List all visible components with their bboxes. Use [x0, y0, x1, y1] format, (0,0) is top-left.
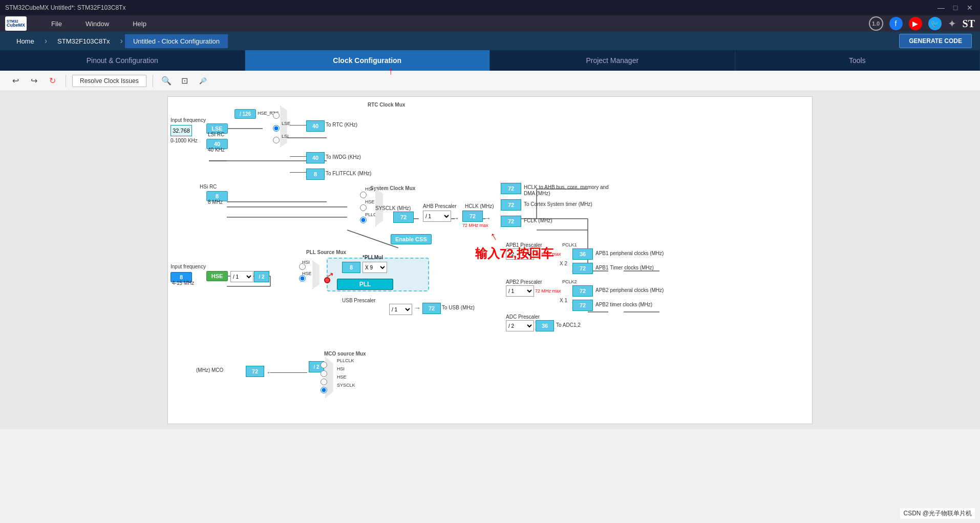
iwdg-line — [290, 156, 306, 157]
logo-text-bottom: CubeMX — [7, 23, 25, 28]
zoom-out-button[interactable]: 🔎 — [196, 74, 210, 88]
lsi-mux-out: LSI — [282, 134, 289, 139]
youtube-icon[interactable]: ▶ — [909, 17, 922, 30]
adc-prescaler-label: ADC Prescaler — [506, 314, 540, 320]
hse-prediv-select[interactable]: / 1 / 2 — [230, 271, 253, 282]
breadcrumb-current[interactable]: Untitled - Clock Configuration — [125, 34, 228, 48]
tab-bar: Pinout & Configuration Clock Configurati… — [0, 50, 980, 71]
close-button[interactable]: ✕ — [965, 3, 975, 13]
red-arrow-tab: ↑ — [388, 65, 393, 77]
tab-tools[interactable]: Tools — [735, 50, 981, 71]
maximize-button[interactable]: □ — [950, 3, 961, 13]
adc-prescaler-select[interactable]: / 2 / 4 / 6 / 8 — [506, 320, 534, 331]
menu-help[interactable]: Help — [129, 18, 151, 30]
facebook-icon[interactable]: f — [889, 17, 903, 30]
generate-code-button[interactable]: GENERATE CODE — [899, 34, 972, 48]
resolve-clock-button[interactable]: Resolve Clock Issues — [72, 75, 146, 87]
sys-mux-radio-pll[interactable] — [360, 217, 367, 223]
mco-radio-pllclk[interactable] — [321, 362, 327, 368]
hclk-val[interactable]: 72 — [462, 211, 483, 222]
window-controls[interactable]: — □ ✕ — [936, 3, 975, 13]
pclk1-label: PCLK1 — [562, 242, 577, 247]
usb-prescaler-select[interactable]: / 1 / 1.5 — [389, 304, 412, 315]
sys-mux-radio-hse[interactable] — [360, 204, 367, 211]
apb1-timer-val[interactable]: 72 — [572, 263, 593, 274]
freq-range-label-1: 0-1000 KHz — [171, 138, 198, 143]
rtc-output-label: To RTC (KHz) — [326, 122, 357, 128]
sysclk-val[interactable]: 72 — [393, 212, 414, 223]
mco-radio-sysclk[interactable] — [321, 387, 327, 393]
apb1-peripheral-val[interactable]: 36 — [572, 248, 593, 260]
apb2-prescaler-select[interactable]: / 1 / 2 — [506, 285, 534, 297]
pll-source-hse[interactable] — [299, 275, 306, 282]
tab-pinout[interactable]: Pinout & Configuration — [0, 50, 245, 71]
twitter-icon[interactable]: 🐦 — [928, 17, 942, 30]
menu-window[interactable]: Window — [81, 18, 113, 30]
mco-radio-hsi[interactable] — [321, 370, 327, 377]
div126-box[interactable]: / 126 — [235, 109, 256, 119]
mco-mux-label: MCO source Mux — [324, 351, 366, 357]
rtc-output-val[interactable]: 40 — [306, 120, 325, 132]
hclk-bus-val[interactable]: 72 — [501, 183, 521, 194]
pll-mul-select[interactable]: X 9 X 2 X 3 X 4 X 6 — [363, 262, 387, 273]
chinese-annotation: 输入72,按回车 — [475, 245, 553, 262]
pclk2-label: PCLK2 — [562, 279, 577, 284]
pll-source-hsi[interactable] — [299, 263, 306, 270]
rtc-mux-radio-hse[interactable] — [273, 112, 280, 119]
input-freq-value-1[interactable] — [171, 125, 192, 136]
enable-css-button[interactable]: Enable CSS — [391, 234, 432, 244]
apb1-timer-label: APB1 Timer clocks (MHz) — [595, 265, 654, 270]
x1-label: X 1 — [560, 298, 567, 303]
title-text: STM32CubeMX Untitled*: STM32F103C8Tx — [5, 4, 125, 11]
rtc-mux-radio-lse[interactable] — [273, 125, 280, 132]
undo-button[interactable]: ↩ — [8, 74, 23, 88]
apb2-peripheral-val[interactable]: 72 — [572, 285, 593, 297]
hse-main-box[interactable]: HSE — [206, 271, 228, 281]
fclk-val[interactable]: 72 — [501, 216, 521, 227]
usb-val[interactable]: 72 — [422, 303, 441, 314]
usb-label: To USB (MHz) — [442, 305, 475, 310]
lse-mux-out: LSE — [282, 121, 290, 126]
adc-val[interactable]: 36 — [536, 320, 554, 331]
fit-button[interactable]: ⊡ — [178, 74, 192, 88]
iwdg-val[interactable]: 40 — [306, 152, 325, 163]
sys-mux-radio-hsi[interactable] — [360, 192, 367, 198]
cortex-val[interactable]: 72 — [501, 199, 521, 211]
hclk-out-arrow: → — [484, 214, 491, 222]
menu-file[interactable]: File — [47, 18, 66, 30]
breadcrumb-home[interactable]: Home — [8, 34, 42, 48]
menu-right-icons: 1.0 f ▶ 🐦 ✦ ST — [869, 16, 975, 31]
zoom-in-button[interactable]: 🔍 — [159, 74, 174, 88]
usb-arrow: → — [414, 304, 421, 312]
div2-pll-box[interactable]: / 2 — [254, 271, 269, 282]
flitfclk-label: To FLITFCLK (MHz) — [326, 171, 371, 176]
mco-sysclk-label: SYSCLK — [337, 383, 355, 388]
sysclk-label: SYSCLK (MHz) — [375, 205, 411, 211]
toolbar-separator-1 — [66, 75, 66, 87]
ahb-arrow: → — [452, 214, 459, 222]
hsi-sys-label: HSI — [365, 186, 373, 192]
redo-button[interactable]: ↪ — [27, 74, 41, 88]
breadcrumb-chip[interactable]: STM32F103C8Tx — [49, 34, 118, 48]
breadcrumb-bar: Home › STM32F103C8Tx › Untitled - Clock … — [0, 32, 980, 50]
tab-project[interactable]: Project Manager — [490, 50, 735, 71]
pll-label[interactable]: PLL — [337, 279, 393, 290]
mco-radio-hse[interactable] — [321, 379, 327, 385]
main-content: RTC Clock Mux Input frequency 0-1000 KHz… — [0, 91, 980, 429]
apb2-max-label: 72 MHz max — [535, 288, 561, 294]
apb2-timer-val[interactable]: 72 — [572, 300, 593, 311]
flitfclk-val[interactable]: 8 — [306, 169, 325, 180]
pll-mul-val[interactable]: 8 — [342, 262, 360, 273]
refresh-button[interactable]: ↻ — [45, 74, 59, 88]
input-freq-label-1: Input frequency — [171, 117, 206, 123]
tab-clock[interactable]: Clock Configuration — [245, 50, 491, 71]
ahb-prescaler-select[interactable]: / 1 / 2 / 4 — [423, 211, 451, 222]
minimize-button[interactable]: — — [936, 3, 946, 13]
app-title: STM32CubeMX Untitled*: STM32F103C8Tx — [5, 4, 125, 11]
network-icon[interactable]: ✦ — [948, 17, 956, 30]
mco-pllclk-label: PLLCLK — [337, 358, 354, 363]
mco-output-val[interactable]: 72 — [246, 366, 264, 377]
toolbar: ↩ ↪ ↻ Resolve Clock Issues 🔍 ⊡ 🔎 — [0, 71, 980, 91]
fclk-label: FCLK (MHz) — [524, 218, 552, 223]
rtc-mux-radio-lsi[interactable] — [273, 137, 280, 143]
